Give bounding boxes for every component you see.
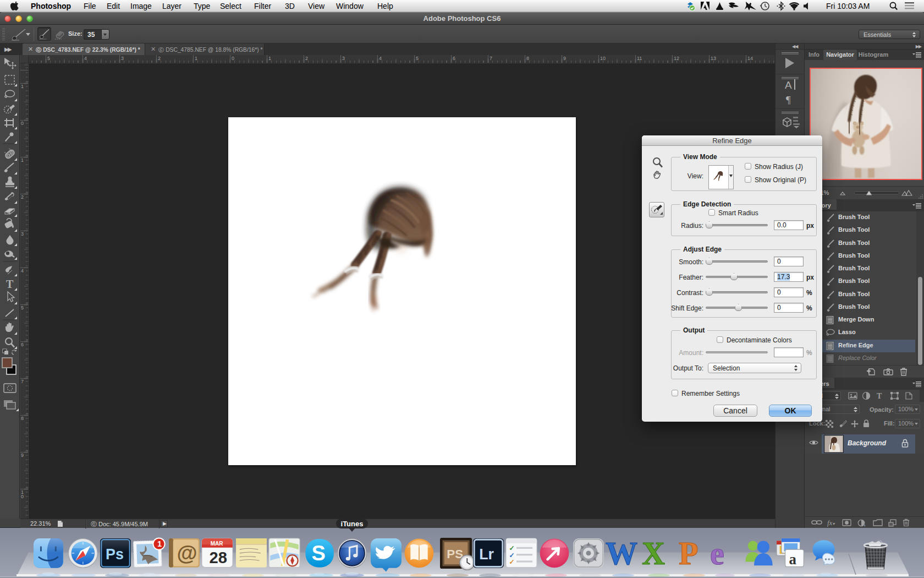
svg-text:28: 28 [209,549,227,566]
svg-text:1: 1 [157,539,162,548]
svg-text:A: A [785,79,792,91]
svg-text:MAR: MAR [211,541,224,547]
svg-text:T: T [877,392,882,400]
svg-text:X: X [642,536,665,571]
svg-text:P: P [679,536,698,571]
svg-text:S: S [312,542,326,565]
svg-text:¶: ¶ [786,94,791,106]
svg-text:T: T [6,278,14,290]
svg-text:Lr: Lr [479,546,494,563]
svg-text:e: e [710,536,724,571]
svg-text:a: a [789,551,796,568]
svg-text:✓: ✓ [509,558,515,566]
svg-text:W: W [606,536,637,571]
svg-text:▾: ▾ [864,524,865,527]
svg-text:@: @ [177,542,197,565]
